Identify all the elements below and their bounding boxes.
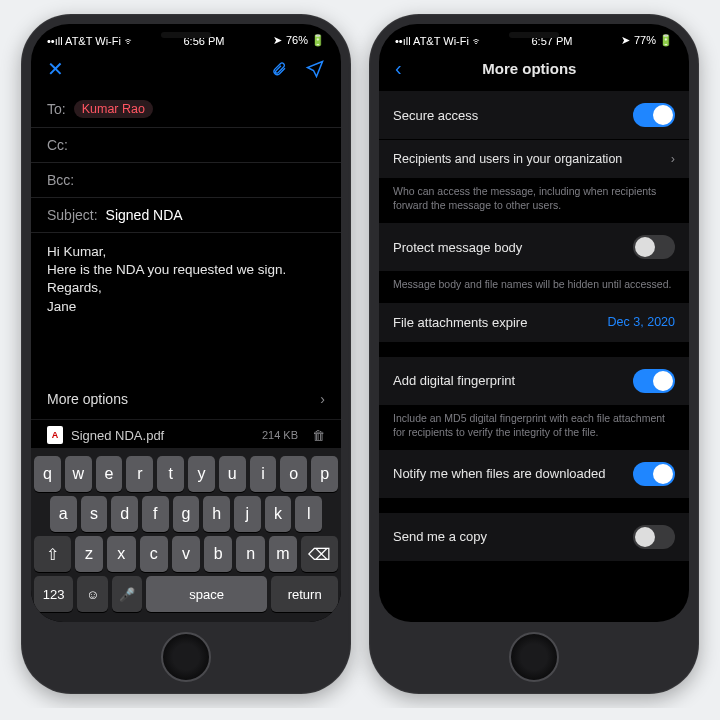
back-button[interactable]: ‹ xyxy=(395,57,402,80)
subject-row[interactable]: Subject: Signed NDA xyxy=(31,198,341,233)
cc-label: Cc: xyxy=(47,137,68,153)
keyboard: qwertyuiop asdfghjkl ⇧zxcvbnm⌫ 123 ☺ 🎤 s… xyxy=(31,448,341,622)
secure-access-row[interactable]: Secure access xyxy=(379,91,689,139)
key-n[interactable]: n xyxy=(236,536,264,572)
key-u[interactable]: u xyxy=(219,456,246,492)
location-icon: ➤ xyxy=(273,34,282,47)
hint-fingerprint: Include an MD5 digital fingerprint with … xyxy=(379,405,689,449)
key-z[interactable]: z xyxy=(75,536,103,572)
key-r[interactable]: r xyxy=(126,456,153,492)
subject-value: Signed NDA xyxy=(106,207,183,223)
secure-access-toggle[interactable] xyxy=(633,103,675,127)
key-s[interactable]: s xyxy=(81,496,108,532)
key-d[interactable]: d xyxy=(111,496,138,532)
notify-row[interactable]: Notify me when files are downloaded xyxy=(379,450,689,498)
options-navbar: ‹ More options xyxy=(379,51,689,90)
key-i[interactable]: i xyxy=(250,456,277,492)
key-c[interactable]: c xyxy=(140,536,168,572)
location-icon: ➤ xyxy=(621,34,630,47)
status-bar-right: ••ıll AT&T Wi-Fi ᯤ 6:57 PM ➤ 77% 🔋 xyxy=(379,24,689,51)
return-key[interactable]: return xyxy=(271,576,338,612)
protect-body-row[interactable]: Protect message body xyxy=(379,223,689,271)
key-p[interactable]: p xyxy=(311,456,338,492)
status-time: 6:57 PM xyxy=(531,35,572,47)
fingerprint-toggle[interactable] xyxy=(633,369,675,393)
status-right: ➤ 76% 🔋 xyxy=(273,34,325,47)
body-textarea[interactable]: Hi Kumar, Here is the NDA you requested … xyxy=(31,233,341,333)
key-m[interactable]: m xyxy=(269,536,297,572)
subject-label: Subject: xyxy=(47,207,98,223)
key-j[interactable]: j xyxy=(234,496,261,532)
key-123[interactable]: 123 xyxy=(34,576,73,612)
fingerprint-row[interactable]: Add digital fingerprint xyxy=(379,357,689,405)
expire-row[interactable]: File attachments expire Dec 3, 2020 xyxy=(379,303,689,342)
phone-right: ••ıll AT&T Wi-Fi ᯤ 6:57 PM ➤ 77% 🔋 ‹ Mor… xyxy=(369,14,699,694)
space-key[interactable]: space xyxy=(146,576,267,612)
phone-left: ••ıll AT&T Wi-Fi ᯤ 6:56 PM ➤ 76% 🔋 ✕ To:… xyxy=(21,14,351,694)
emoji-key[interactable]: ☺ xyxy=(77,576,107,612)
carrier-text: ••ıll AT&T Wi-Fi ᯤ xyxy=(395,35,483,47)
key-t[interactable]: t xyxy=(157,456,184,492)
to-row[interactable]: To: Kumar Rao xyxy=(31,91,341,128)
cc-row[interactable]: Cc: xyxy=(31,128,341,163)
notify-toggle[interactable] xyxy=(633,462,675,486)
chevron-right-icon: › xyxy=(671,152,675,166)
status-time: 6:56 PM xyxy=(183,35,224,47)
send-copy-row[interactable]: Send me a copy xyxy=(379,513,689,561)
key-l[interactable]: l xyxy=(295,496,322,532)
carrier-text: ••ıll AT&T Wi-Fi ᯤ xyxy=(47,35,135,47)
key-o[interactable]: o xyxy=(280,456,307,492)
key-h[interactable]: h xyxy=(203,496,230,532)
hint-protect: Message body and file names will be hidd… xyxy=(379,271,689,301)
status-right: ➤ 77% 🔋 xyxy=(621,34,673,47)
send-copy-toggle[interactable] xyxy=(633,525,675,549)
protect-body-toggle[interactable] xyxy=(633,235,675,259)
key-f[interactable]: f xyxy=(142,496,169,532)
screen-right: ••ıll AT&T Wi-Fi ᯤ 6:57 PM ➤ 77% 🔋 ‹ Mor… xyxy=(379,24,689,622)
key-a[interactable]: a xyxy=(50,496,77,532)
home-button[interactable] xyxy=(161,632,211,682)
battery-text: 77% 🔋 xyxy=(634,34,673,47)
screen-left: ••ıll AT&T Wi-Fi ᯤ 6:56 PM ➤ 76% 🔋 ✕ To:… xyxy=(31,24,341,622)
key-y[interactable]: y xyxy=(188,456,215,492)
settings-list: Secure access Recipients and users in yo… xyxy=(379,90,689,622)
trash-icon[interactable]: 🗑 xyxy=(312,428,325,443)
bcc-label: Bcc: xyxy=(47,172,74,188)
attach-icon[interactable] xyxy=(271,60,287,78)
attachment-row[interactable]: A Signed NDA.pdf 214 KB 🗑 xyxy=(31,419,341,448)
attachment-size: 214 KB xyxy=(262,429,298,441)
to-chip[interactable]: Kumar Rao xyxy=(74,100,153,118)
key-q[interactable]: q xyxy=(34,456,61,492)
more-options-label: More options xyxy=(47,391,128,407)
key-e[interactable]: e xyxy=(96,456,123,492)
mic-key[interactable]: 🎤 xyxy=(112,576,142,612)
key-g[interactable]: g xyxy=(173,496,200,532)
compose-navbar: ✕ xyxy=(31,51,341,91)
chevron-right-icon: › xyxy=(320,391,325,407)
key-k[interactable]: k xyxy=(265,496,292,532)
bcc-row[interactable]: Bcc: xyxy=(31,163,341,198)
battery-text: 76% 🔋 xyxy=(286,34,325,47)
shift-key[interactable]: ⇧ xyxy=(34,536,71,572)
expire-value: Dec 3, 2020 xyxy=(608,315,675,329)
recipients-row[interactable]: Recipients and users in your organizatio… xyxy=(379,140,689,178)
send-icon[interactable] xyxy=(305,60,325,78)
close-button[interactable]: ✕ xyxy=(47,57,64,81)
to-label: To: xyxy=(47,101,66,117)
home-button[interactable] xyxy=(509,632,559,682)
attachment-name: Signed NDA.pdf xyxy=(71,428,164,443)
more-options-row[interactable]: More options › xyxy=(31,379,341,419)
page-title: More options xyxy=(402,60,657,77)
key-w[interactable]: w xyxy=(65,456,92,492)
pdf-icon: A xyxy=(47,426,63,444)
key-x[interactable]: x xyxy=(107,536,135,572)
status-bar: ••ıll AT&T Wi-Fi ᯤ 6:56 PM ➤ 76% 🔋 xyxy=(31,24,341,51)
key-v[interactable]: v xyxy=(172,536,200,572)
key-b[interactable]: b xyxy=(204,536,232,572)
hint-access: Who can access the message, including wh… xyxy=(379,178,689,222)
delete-key[interactable]: ⌫ xyxy=(301,536,338,572)
